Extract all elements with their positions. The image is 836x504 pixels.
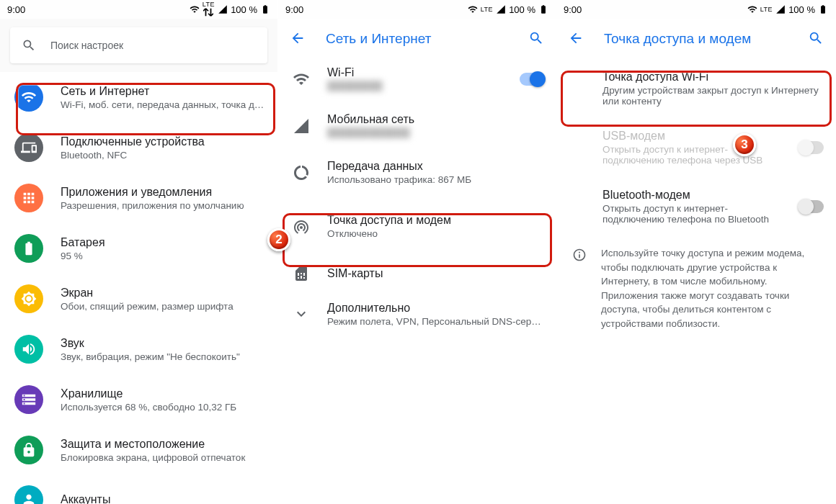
row-advanced[interactable]: ДополнительноРежим полета, VPN, Персонал…	[278, 294, 556, 334]
lte-label: LTE	[203, 1, 215, 18]
back-button[interactable]	[568, 30, 584, 48]
row-display[interactable]: ЭкранОбои, спящий режим, размер шрифта	[0, 274, 277, 324]
status-icons: LTE 100 %	[468, 4, 548, 15]
row-sim[interactable]: SIM-карты	[278, 253, 556, 294]
clock: 9:00	[564, 4, 582, 15]
row-sub: Блокировка экрана, цифровой отпечаток	[61, 452, 266, 463]
wifi-icon	[21, 89, 37, 105]
wifi-toggle[interactable]	[520, 73, 544, 86]
row-security[interactable]: Защита и местоположениеБлокировка экрана…	[0, 425, 277, 475]
lock-icon	[21, 442, 37, 458]
row-sub: Используется 68 %, свободно 10,32 ГБ	[61, 402, 266, 413]
storage-icon	[21, 392, 37, 408]
sound-icon	[21, 341, 37, 357]
clock: 9:00	[7, 4, 25, 15]
battery-icon	[21, 240, 37, 256]
page-title: Точка доступа и модем	[604, 31, 788, 47]
row-data-usage[interactable]: Передача данныхИспользовано трафика: 867…	[278, 153, 556, 199]
status-icons: LTE 100 %	[747, 4, 828, 15]
row-title: Передача данных	[327, 160, 544, 173]
search-button[interactable]	[528, 30, 544, 48]
row-wifi-hotspot[interactable]: Точка доступа Wi-Fi Другим устройствам з…	[556, 59, 835, 118]
row-sound[interactable]: ЗвукЗвук, вибрация, режим "Не беспокоить…	[0, 324, 277, 374]
row-devices[interactable]: Подключенные устройстваBluetooth, NFC	[0, 122, 277, 173]
row-sub: Wi-Fi, моб. сети, передача данных, точка…	[61, 99, 266, 110]
search-icon	[22, 38, 36, 53]
row-network[interactable]: Сеть и ИнтернетWi-Fi, моб. сети, передач…	[0, 72, 277, 122]
signal-icon	[293, 117, 310, 135]
row-sub: Открыть доступ к интернет-подключению те…	[602, 144, 782, 166]
row-title: Подключенные устройства	[61, 135, 266, 148]
row-sub: Разрешения, приложения по умолчанию	[61, 200, 266, 211]
wifi-icon	[747, 4, 757, 14]
signal-icon	[496, 4, 506, 14]
row-sub: Использовано трафика: 867 МБ	[327, 174, 544, 185]
search-button[interactable]	[808, 30, 824, 48]
row-title: Защита и местоположение	[61, 438, 266, 451]
row-accounts[interactable]: Аккаунты	[0, 475, 277, 504]
row-title: Дополнительно	[327, 302, 544, 315]
row-title: Аккаунты	[61, 493, 266, 504]
row-battery[interactable]: Батарея95 %	[0, 223, 277, 274]
row-title: Экран	[61, 287, 266, 300]
row-title: Точка доступа Wi-Fi	[602, 71, 824, 84]
search-settings[interactable]: Поиск настроек	[10, 27, 267, 63]
page-title: Сеть и Интернет	[326, 31, 508, 47]
clock: 9:00	[285, 4, 303, 15]
lte-label: LTE	[481, 6, 493, 13]
row-title: Сеть и Интернет	[61, 85, 266, 98]
row-sub: Bluetooth, NFC	[61, 150, 266, 161]
row-bt-tethering[interactable]: Bluetooth-модем Открыть доступ к интерне…	[556, 177, 835, 236]
signal-icon	[218, 4, 228, 14]
tethering-screen: 9:00 LTE 100 % Точка доступа и модем Точ…	[556, 0, 836, 504]
wifi-icon	[468, 4, 478, 14]
row-sub: ████████	[327, 81, 502, 91]
tip-row: Используйте точку доступа и режим модема…	[556, 236, 835, 341]
row-title: Bluetooth-модем	[602, 189, 782, 202]
back-button[interactable]	[290, 30, 306, 48]
settings-list: Сеть и ИнтернетWi-Fi, моб. сети, передач…	[0, 72, 277, 504]
row-title: Хранилище	[61, 387, 266, 400]
row-title: USB-модем	[602, 130, 782, 143]
row-wifi[interactable]: Wi-Fi████████	[278, 59, 556, 106]
battery-pct: 100 %	[231, 4, 257, 15]
row-mobile[interactable]: Мобильная сеть████████████	[278, 106, 556, 153]
network-screen: 9:00 LTE 100 % Сеть и Интернет Wi-Fi████…	[278, 0, 556, 504]
row-title: Мобильная сеть	[327, 113, 544, 126]
row-sub: Открыть доступ к интернет-подключению те…	[602, 203, 782, 225]
row-apps[interactable]: Приложения и уведомленияРазрешения, прил…	[0, 173, 277, 223]
battery-icon	[538, 4, 548, 14]
settings-main-screen: 9:00 LTE 100 % Поиск настроек Сеть и Инт…	[0, 0, 278, 504]
row-title: Wi-Fi	[327, 66, 502, 79]
row-sub: Звук, вибрация, режим "Не беспокоить"	[61, 351, 266, 362]
lte-label: LTE	[760, 6, 773, 13]
wifi-icon	[190, 4, 200, 14]
battery-icon	[260, 4, 270, 14]
chevron-down-icon	[293, 305, 310, 323]
account-icon	[21, 492, 37, 504]
status-bar: 9:00 LTE 100 %	[278, 0, 556, 19]
row-title: Приложения и уведомления	[61, 186, 266, 199]
search-placeholder: Поиск настроек	[50, 40, 123, 51]
page-header: Сеть и Интернет	[278, 19, 556, 59]
row-sub: Обои, спящий режим, размер шрифта	[61, 301, 266, 312]
row-sub: ████████████	[327, 127, 544, 138]
data-usage-icon	[293, 164, 310, 181]
wifi-icon	[293, 71, 310, 88]
row-storage[interactable]: ХранилищеИспользуется 68 %, свободно 10,…	[0, 374, 277, 425]
row-title: Батарея	[61, 236, 266, 249]
row-hotspot[interactable]: Точка доступа и модемОтключено	[278, 199, 556, 253]
page-header: Точка доступа и модем	[556, 19, 835, 59]
battery-pct: 100 %	[788, 4, 815, 15]
info-icon	[572, 248, 587, 262]
devices-icon	[21, 140, 37, 156]
network-list: Wi-Fi████████ Мобильная сеть████████████…	[278, 59, 556, 504]
row-title: Звук	[61, 337, 266, 350]
tip-text: Используйте точку доступа и режим модема…	[601, 246, 819, 330]
hotspot-icon	[293, 218, 310, 235]
row-usb-tethering: USB-модем Открыть доступ к интернет-подк…	[556, 118, 835, 177]
battery-icon	[818, 4, 828, 14]
tethering-list: Точка доступа Wi-Fi Другим устройствам з…	[556, 59, 835, 504]
bt-toggle[interactable]	[799, 200, 824, 213]
row-sub: Режим полета, VPN, Персональный DNS-серв…	[327, 316, 544, 327]
